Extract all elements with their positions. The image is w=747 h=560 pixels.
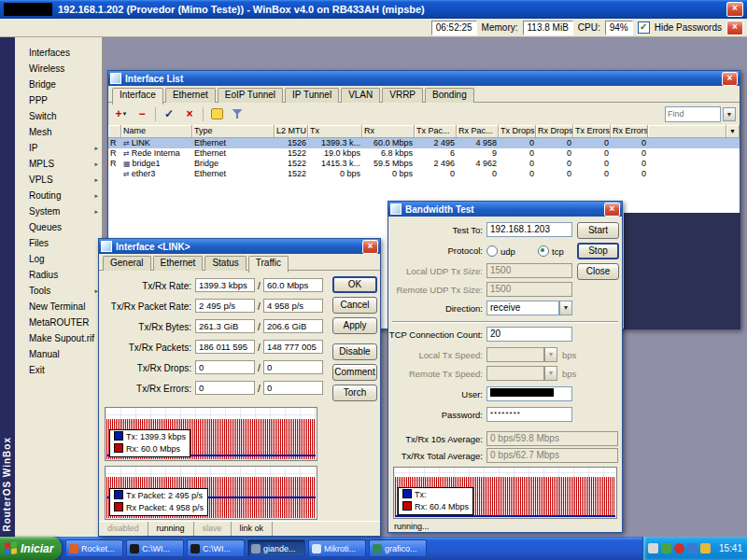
column-tx-drops[interactable]: Tx Drops: [499, 125, 536, 138]
tray-icon[interactable]: [648, 543, 658, 553]
column-name[interactable]: Name: [121, 125, 192, 138]
torch-button[interactable]: Torch: [332, 385, 377, 401]
tab-eoip-tunnel[interactable]: EoIP Tunnel: [218, 88, 283, 103]
direction-dropdown-button[interactable]: ▼: [559, 301, 572, 315]
taskbar-task-cmd-2[interactable]: C:\WI...: [187, 539, 245, 557]
tab-interface[interactable]: Interface: [112, 88, 163, 105]
add-button[interactable]: +▼: [112, 105, 131, 123]
close-button[interactable]: Close: [577, 263, 619, 280]
taskbar-task-mikrotik[interactable]: Mikroti...: [308, 539, 366, 557]
interface-link-tabs: General Ethernet Status Traffic: [99, 254, 380, 271]
table-row[interactable]: R ⇄LINK Ethernet 1526 1399.3 k... 60.0 M…: [108, 138, 740, 148]
column-tx[interactable]: Tx: [308, 125, 362, 138]
bandwidth-test-titlebar[interactable]: Bandwidth Test ×: [388, 202, 622, 217]
taskbar-task-rocket[interactable]: Rocket...: [65, 539, 123, 557]
column-chooser-button[interactable]: ▼: [726, 125, 740, 138]
column-tx-errors[interactable]: Tx Errors: [573, 125, 611, 138]
hide-passwords-checkbox[interactable]: ✓: [638, 21, 650, 34]
tray-icon[interactable]: [700, 543, 711, 553]
comment-button[interactable]: [207, 105, 226, 123]
column-rx-packet[interactable]: Rx Pac...: [457, 125, 499, 138]
sidebar-item-log[interactable]: Log: [15, 251, 102, 267]
sidebar-item-interfaces[interactable]: Interfaces: [15, 45, 102, 61]
tab-vrrp[interactable]: VRRP: [382, 88, 423, 103]
disable-button[interactable]: ×: [180, 105, 199, 123]
tab-traffic[interactable]: Traffic: [248, 256, 289, 273]
start-button[interactable]: Iniciar: [0, 537, 62, 560]
comment-button[interactable]: Comment: [332, 364, 377, 381]
direction-select[interactable]: receive: [486, 301, 559, 315]
user-field[interactable]: [486, 386, 572, 401]
taskbar-task-grafico[interactable]: grafico...: [369, 539, 427, 557]
tcp-radio[interactable]: [538, 245, 549, 257]
close-icon[interactable]: ×: [362, 240, 378, 254]
test-to-field[interactable]: 192.168.1.203: [486, 222, 572, 237]
column-flags[interactable]: [108, 125, 121, 138]
column-rx-drops[interactable]: Rx Drops: [536, 125, 573, 138]
password-field[interactable]: ********: [486, 407, 572, 422]
column-l2mtu[interactable]: L2 MTU: [275, 125, 308, 138]
sidebar-item-ppp[interactable]: PPP: [15, 92, 102, 108]
sidebar-item-wireless[interactable]: Wireless: [15, 61, 102, 77]
table-row[interactable]: R ▦bridge1 Bridge 1522 1415.3 k... 59.5 …: [108, 159, 740, 169]
tab-ethernet[interactable]: Ethernet: [153, 256, 204, 271]
sidebar-item-new-terminal[interactable]: New Terminal: [15, 299, 102, 315]
session-close-button[interactable]: ×: [726, 21, 743, 35]
sidebar-item-tools[interactable]: Tools▸: [15, 283, 102, 299]
enable-button[interactable]: ✓: [160, 105, 178, 123]
tray-icon[interactable]: [674, 543, 684, 553]
comment-icon: [211, 108, 223, 119]
app-titlebar[interactable]: 192.168.1.202 (Provedor (Mimo Teste)) - …: [0, 0, 747, 19]
tray-icon[interactable]: [661, 543, 671, 553]
tab-ethernet[interactable]: Ethernet: [165, 88, 216, 103]
sidebar-item-queues[interactable]: Queues: [15, 219, 102, 235]
sidebar-item-files[interactable]: Files: [15, 235, 102, 251]
close-icon[interactable]: ×: [604, 203, 620, 217]
close-icon[interactable]: ×: [722, 72, 738, 86]
sidebar-item-switch[interactable]: Switch: [15, 108, 102, 124]
apply-button[interactable]: Apply: [332, 317, 377, 334]
interface-link-titlebar[interactable]: Interface <LINK> ×: [99, 239, 380, 254]
remove-button[interactable]: −: [133, 105, 151, 123]
start-button[interactable]: Start: [577, 222, 619, 239]
find-input[interactable]: [665, 106, 721, 122]
column-rx-errors[interactable]: Rx Errors: [611, 125, 648, 138]
sidebar-item-exit[interactable]: Exit: [15, 362, 102, 378]
stop-button[interactable]: Stop: [577, 243, 619, 259]
tab-vlan[interactable]: VLAN: [341, 88, 380, 103]
system-tray: 15:41: [642, 537, 747, 560]
sidebar-item-vpls[interactable]: VPLS▸: [15, 172, 102, 188]
column-rx[interactable]: Rx: [362, 125, 415, 138]
ok-button[interactable]: OK: [332, 276, 377, 293]
sidebar-item-metarouter[interactable]: MetaROUTER: [15, 315, 102, 330]
table-row[interactable]: ⇄ether3 Ethernet 1522 0 bps 0 bps 0 0 0 …: [108, 169, 740, 179]
cancel-button[interactable]: Cancel: [332, 297, 377, 314]
sidebar-item-make-supout[interactable]: Make Supout.rif: [15, 330, 102, 346]
taskbar-task-giande[interactable]: giande...: [247, 539, 305, 557]
sidebar-item-mesh[interactable]: Mesh: [15, 124, 102, 140]
tab-ip-tunnel[interactable]: IP Tunnel: [285, 88, 339, 103]
sidebar-item-manual[interactable]: Manual: [15, 346, 102, 362]
table-row[interactable]: R ⇄Rede Interna Ethernet 1522 19.0 kbps …: [108, 148, 740, 159]
sidebar-item-mpls[interactable]: MPLS▸: [15, 156, 102, 172]
column-type[interactable]: Type: [192, 125, 275, 138]
column-tx-packet[interactable]: Tx Pac...: [415, 125, 457, 138]
sidebar-item-routing[interactable]: Routing▸: [15, 188, 102, 203]
filter-button[interactable]: [228, 105, 247, 123]
tab-general[interactable]: General: [103, 256, 151, 271]
sidebar-item-ip[interactable]: IP▸: [15, 140, 102, 156]
interface-list-titlebar[interactable]: Interface List ×: [108, 71, 740, 86]
sidebar-item-system[interactable]: System▸: [15, 203, 102, 219]
find-dropdown-button[interactable]: ▼: [723, 107, 736, 121]
taskbar-task-cmd-1[interactable]: C:\WI...: [126, 539, 184, 557]
tray-icon[interactable]: [687, 543, 698, 553]
tab-bonding[interactable]: Bonding: [425, 88, 474, 103]
tab-status[interactable]: Status: [204, 256, 246, 271]
sidebar-item-bridge[interactable]: Bridge: [15, 77, 102, 92]
sidebar-item-radius[interactable]: Radius: [15, 267, 102, 283]
test-to-label: Test To:: [388, 225, 483, 235]
app-close-button[interactable]: ×: [726, 2, 743, 17]
disable-button[interactable]: Disable: [332, 343, 377, 360]
udp-radio[interactable]: [486, 245, 498, 257]
tcp-connection-count-field[interactable]: 20: [486, 327, 572, 342]
